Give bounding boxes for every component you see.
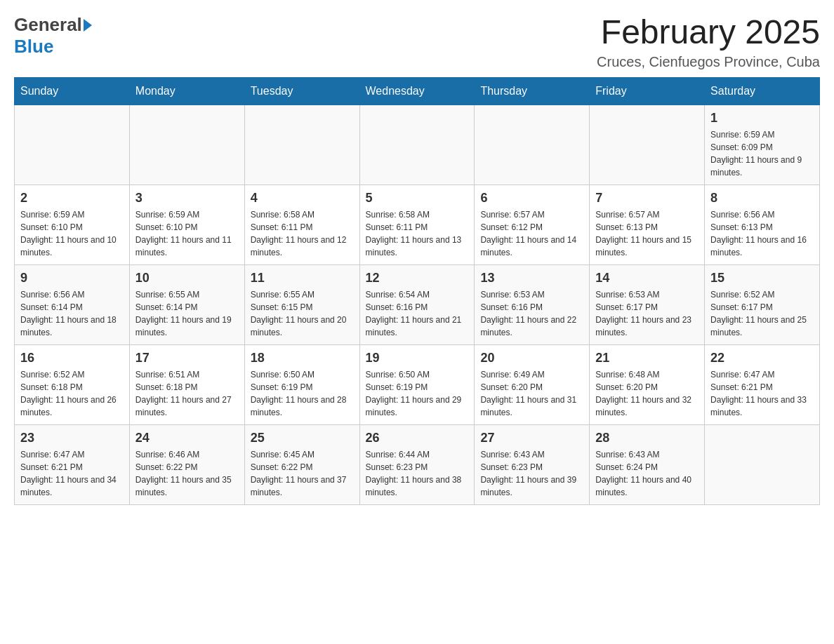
title-area: February 2025 Cruces, Cienfuegos Provinc… <box>597 14 820 70</box>
calendar-cell: 7Sunrise: 6:57 AMSunset: 6:13 PMDaylight… <box>590 185 705 264</box>
day-info: Sunrise: 6:50 AMSunset: 6:19 PMDaylight:… <box>366 368 469 419</box>
calendar-cell: 22Sunrise: 6:47 AMSunset: 6:21 PMDayligh… <box>705 344 820 424</box>
day-number: 19 <box>366 351 469 365</box>
day-number: 15 <box>710 271 814 286</box>
day-info: Sunrise: 6:57 AMSunset: 6:12 PMDaylight:… <box>480 208 583 259</box>
header-wednesday: Wednesday <box>359 77 475 105</box>
calendar-cell: 2Sunrise: 6:59 AMSunset: 6:10 PMDaylight… <box>15 185 130 264</box>
calendar-subtitle: Cruces, Cienfuegos Province, Cuba <box>597 54 820 70</box>
calendar-cell: 28Sunrise: 6:43 AMSunset: 6:24 PMDayligh… <box>590 424 705 504</box>
calendar-cell: 12Sunrise: 6:54 AMSunset: 6:16 PMDayligh… <box>359 264 475 344</box>
calendar-cell <box>15 105 130 185</box>
calendar-cell: 21Sunrise: 6:48 AMSunset: 6:20 PMDayligh… <box>590 344 705 424</box>
day-info: Sunrise: 6:47 AMSunset: 6:21 PMDaylight:… <box>20 448 124 499</box>
calendar-cell <box>129 105 244 185</box>
day-number: 8 <box>710 191 814 206</box>
day-number: 21 <box>595 351 699 365</box>
day-info: Sunrise: 6:50 AMSunset: 6:19 PMDaylight:… <box>251 368 354 419</box>
calendar-week-row: 23Sunrise: 6:47 AMSunset: 6:21 PMDayligh… <box>15 424 820 504</box>
header-thursday: Thursday <box>475 77 590 105</box>
day-number: 2 <box>20 191 124 206</box>
day-number: 16 <box>20 351 124 365</box>
day-number: 22 <box>710 351 814 365</box>
header-monday: Monday <box>129 77 244 105</box>
calendar-cell: 9Sunrise: 6:56 AMSunset: 6:14 PMDaylight… <box>15 264 130 344</box>
day-number: 18 <box>251 351 354 365</box>
day-info: Sunrise: 6:56 AMSunset: 6:14 PMDaylight:… <box>20 288 124 339</box>
day-number: 1 <box>710 111 814 126</box>
calendar-cell <box>590 105 705 185</box>
calendar-cell: 8Sunrise: 6:56 AMSunset: 6:13 PMDaylight… <box>705 185 820 264</box>
day-number: 11 <box>251 271 354 286</box>
day-number: 12 <box>366 271 469 286</box>
calendar-cell <box>359 105 475 185</box>
day-info: Sunrise: 6:45 AMSunset: 6:22 PMDaylight:… <box>251 448 354 499</box>
calendar-cell: 13Sunrise: 6:53 AMSunset: 6:16 PMDayligh… <box>475 264 590 344</box>
logo-arrow-icon <box>84 19 92 32</box>
calendar-cell: 10Sunrise: 6:55 AMSunset: 6:14 PMDayligh… <box>129 264 244 344</box>
calendar-cell: 26Sunrise: 6:44 AMSunset: 6:23 PMDayligh… <box>359 424 475 504</box>
calendar-week-row: 1Sunrise: 6:59 AMSunset: 6:09 PMDaylight… <box>15 105 820 185</box>
day-info: Sunrise: 6:59 AMSunset: 6:10 PMDaylight:… <box>135 208 239 259</box>
day-info: Sunrise: 6:48 AMSunset: 6:20 PMDaylight:… <box>595 368 699 419</box>
calendar-cell: 27Sunrise: 6:43 AMSunset: 6:23 PMDayligh… <box>475 424 590 504</box>
day-number: 28 <box>595 431 699 445</box>
day-number: 5 <box>366 191 469 206</box>
day-info: Sunrise: 6:56 AMSunset: 6:13 PMDaylight:… <box>710 208 814 259</box>
day-info: Sunrise: 6:59 AMSunset: 6:10 PMDaylight:… <box>20 208 124 259</box>
calendar-cell: 24Sunrise: 6:46 AMSunset: 6:22 PMDayligh… <box>129 424 244 504</box>
day-info: Sunrise: 6:58 AMSunset: 6:11 PMDaylight:… <box>366 208 469 259</box>
page-header: General Blue February 2025 Cruces, Cienf… <box>14 14 820 70</box>
day-info: Sunrise: 6:52 AMSunset: 6:18 PMDaylight:… <box>20 368 124 419</box>
day-number: 24 <box>135 431 239 445</box>
header-tuesday: Tuesday <box>244 77 359 105</box>
day-info: Sunrise: 6:43 AMSunset: 6:23 PMDaylight:… <box>480 448 583 499</box>
calendar-cell: 5Sunrise: 6:58 AMSunset: 6:11 PMDaylight… <box>359 185 475 264</box>
header-sunday: Sunday <box>15 77 130 105</box>
logo: General Blue <box>14 14 92 58</box>
calendar-cell: 25Sunrise: 6:45 AMSunset: 6:22 PMDayligh… <box>244 424 359 504</box>
day-info: Sunrise: 6:46 AMSunset: 6:22 PMDaylight:… <box>135 448 239 499</box>
day-number: 7 <box>595 191 699 206</box>
calendar-header-row: Sunday Monday Tuesday Wednesday Thursday… <box>15 77 820 105</box>
day-number: 14 <box>595 271 699 286</box>
calendar-cell: 11Sunrise: 6:55 AMSunset: 6:15 PMDayligh… <box>244 264 359 344</box>
day-number: 17 <box>135 351 239 365</box>
calendar-cell: 15Sunrise: 6:52 AMSunset: 6:17 PMDayligh… <box>705 264 820 344</box>
header-saturday: Saturday <box>705 77 820 105</box>
calendar-cell: 17Sunrise: 6:51 AMSunset: 6:18 PMDayligh… <box>129 344 244 424</box>
calendar-week-row: 16Sunrise: 6:52 AMSunset: 6:18 PMDayligh… <box>15 344 820 424</box>
day-info: Sunrise: 6:54 AMSunset: 6:16 PMDaylight:… <box>366 288 469 339</box>
calendar-cell: 14Sunrise: 6:53 AMSunset: 6:17 PMDayligh… <box>590 264 705 344</box>
day-number: 9 <box>20 271 124 286</box>
calendar-cell: 3Sunrise: 6:59 AMSunset: 6:10 PMDaylight… <box>129 185 244 264</box>
logo-blue-text: Blue <box>14 36 53 57</box>
calendar-cell <box>475 105 590 185</box>
day-info: Sunrise: 6:43 AMSunset: 6:24 PMDaylight:… <box>595 448 699 499</box>
day-number: 25 <box>251 431 354 445</box>
day-number: 23 <box>20 431 124 445</box>
day-info: Sunrise: 6:55 AMSunset: 6:14 PMDaylight:… <box>135 288 239 339</box>
day-info: Sunrise: 6:51 AMSunset: 6:18 PMDaylight:… <box>135 368 239 419</box>
day-info: Sunrise: 6:57 AMSunset: 6:13 PMDaylight:… <box>595 208 699 259</box>
calendar-table: Sunday Monday Tuesday Wednesday Thursday… <box>14 77 820 505</box>
calendar-cell <box>705 424 820 504</box>
calendar-cell: 6Sunrise: 6:57 AMSunset: 6:12 PMDaylight… <box>475 185 590 264</box>
day-info: Sunrise: 6:49 AMSunset: 6:20 PMDaylight:… <box>480 368 583 419</box>
day-info: Sunrise: 6:53 AMSunset: 6:17 PMDaylight:… <box>595 288 699 339</box>
logo-general-text: General <box>14 14 82 36</box>
day-number: 27 <box>480 431 583 445</box>
day-info: Sunrise: 6:58 AMSunset: 6:11 PMDaylight:… <box>251 208 354 259</box>
day-number: 4 <box>251 191 354 206</box>
calendar-cell: 1Sunrise: 6:59 AMSunset: 6:09 PMDaylight… <box>705 105 820 185</box>
day-number: 20 <box>480 351 583 365</box>
day-number: 10 <box>135 271 239 286</box>
calendar-cell: 18Sunrise: 6:50 AMSunset: 6:19 PMDayligh… <box>244 344 359 424</box>
day-info: Sunrise: 6:47 AMSunset: 6:21 PMDaylight:… <box>710 368 814 419</box>
day-number: 13 <box>480 271 583 286</box>
day-info: Sunrise: 6:59 AMSunset: 6:09 PMDaylight:… <box>710 128 814 179</box>
calendar-cell: 16Sunrise: 6:52 AMSunset: 6:18 PMDayligh… <box>15 344 130 424</box>
calendar-cell: 20Sunrise: 6:49 AMSunset: 6:20 PMDayligh… <box>475 344 590 424</box>
header-friday: Friday <box>590 77 705 105</box>
day-info: Sunrise: 6:52 AMSunset: 6:17 PMDaylight:… <box>710 288 814 339</box>
